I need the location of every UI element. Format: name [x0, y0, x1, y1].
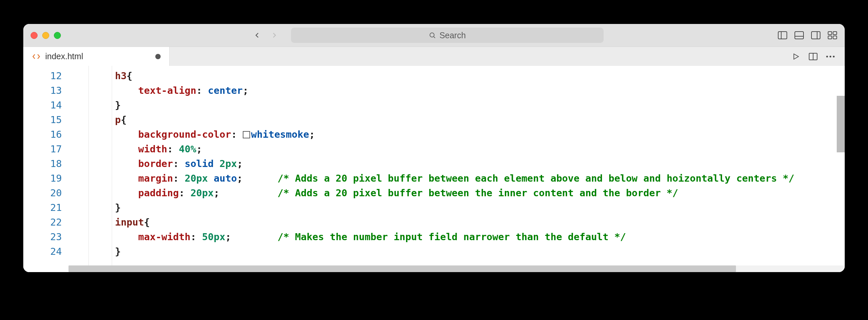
- svg-point-14: [830, 56, 831, 57]
- code-line: margin: 20px auto; /* Adds a 20 pixel bu…: [68, 171, 845, 185]
- color-swatch-icon: [243, 131, 250, 138]
- code-line: h3{: [68, 68, 845, 83]
- unsaved-indicator-icon: [155, 54, 161, 59]
- toggle-primary-sidebar-icon[interactable]: [778, 30, 787, 40]
- code-line: text-align: center;: [68, 83, 845, 98]
- svg-point-15: [833, 56, 834, 57]
- editor: 12131415161718192021222324 h3{ text-alig…: [23, 66, 845, 272]
- traffic-lights: [31, 32, 61, 39]
- line-number: 17: [23, 142, 62, 156]
- toolbar-right: [778, 30, 837, 40]
- line-number: 13: [23, 83, 62, 98]
- indent-guide: [112, 66, 112, 272]
- svg-rect-5: [811, 32, 820, 39]
- line-number: 22: [23, 215, 62, 230]
- code-line: padding: 20px; /* Adds a 20 pixel buffer…: [68, 185, 845, 200]
- nav-arrows: [252, 31, 279, 40]
- code-line: }: [68, 200, 845, 215]
- svg-rect-9: [828, 36, 832, 39]
- line-number: 21: [23, 200, 62, 215]
- svg-point-13: [826, 56, 828, 57]
- code-line: input{: [68, 215, 845, 230]
- search-input[interactable]: Search: [291, 28, 603, 43]
- minimize-window-button[interactable]: [42, 32, 49, 39]
- tabbar: index.html: [23, 47, 845, 66]
- close-window-button[interactable]: [31, 32, 38, 39]
- search-icon: [429, 32, 436, 39]
- more-actions-icon[interactable]: [826, 52, 835, 61]
- line-number: 14: [23, 98, 62, 112]
- search-placeholder: Search: [439, 31, 466, 40]
- svg-rect-10: [833, 36, 837, 39]
- code-line: width: 40%;: [68, 142, 845, 156]
- code-line: p{: [68, 112, 845, 127]
- svg-point-0: [430, 33, 434, 37]
- editor-window: Search index.html: [23, 24, 845, 272]
- line-number: 20: [23, 185, 62, 200]
- line-number-gutter: 12131415161718192021222324: [23, 66, 68, 272]
- code-line: max-width: 50px; /* Makes the number inp…: [68, 230, 845, 244]
- line-number: 23: [23, 230, 62, 244]
- line-number: 12: [23, 68, 62, 83]
- customize-layout-icon[interactable]: [828, 30, 837, 40]
- svg-rect-3: [795, 32, 804, 39]
- nav-back-button[interactable]: [252, 31, 262, 40]
- code-line: }: [68, 98, 845, 112]
- tab-actions: [781, 47, 845, 66]
- nav-forward-button[interactable]: [270, 31, 279, 40]
- line-number: 18: [23, 156, 62, 171]
- minimap-scroll-indicator[interactable]: [837, 96, 845, 152]
- svg-rect-7: [828, 32, 832, 35]
- indent-guide: [89, 66, 89, 272]
- line-number: 15: [23, 112, 62, 127]
- toggle-secondary-sidebar-icon[interactable]: [811, 30, 821, 40]
- tab-index-html[interactable]: index.html: [23, 47, 169, 66]
- line-number: 19: [23, 171, 62, 185]
- svg-rect-1: [778, 32, 787, 39]
- run-button[interactable]: [791, 52, 801, 61]
- html-file-icon: [32, 52, 40, 61]
- line-number: 24: [23, 244, 62, 259]
- scrollbar-thumb[interactable]: [68, 265, 736, 272]
- titlebar: Search: [23, 24, 845, 47]
- code-area[interactable]: h3{ text-align: center; } p{ background-…: [68, 66, 845, 272]
- line-number: 16: [23, 127, 62, 142]
- svg-rect-8: [833, 32, 837, 35]
- horizontal-scrollbar[interactable]: [68, 265, 845, 272]
- code-line: background-color: whitesmoke;: [68, 127, 845, 142]
- toggle-panel-icon[interactable]: [794, 30, 804, 40]
- split-editor-icon[interactable]: [808, 52, 818, 61]
- code-line: border: solid 2px;: [68, 156, 845, 171]
- tab-filename: index.html: [45, 52, 83, 61]
- code-line: }: [68, 244, 845, 259]
- maximize-window-button[interactable]: [54, 32, 61, 39]
